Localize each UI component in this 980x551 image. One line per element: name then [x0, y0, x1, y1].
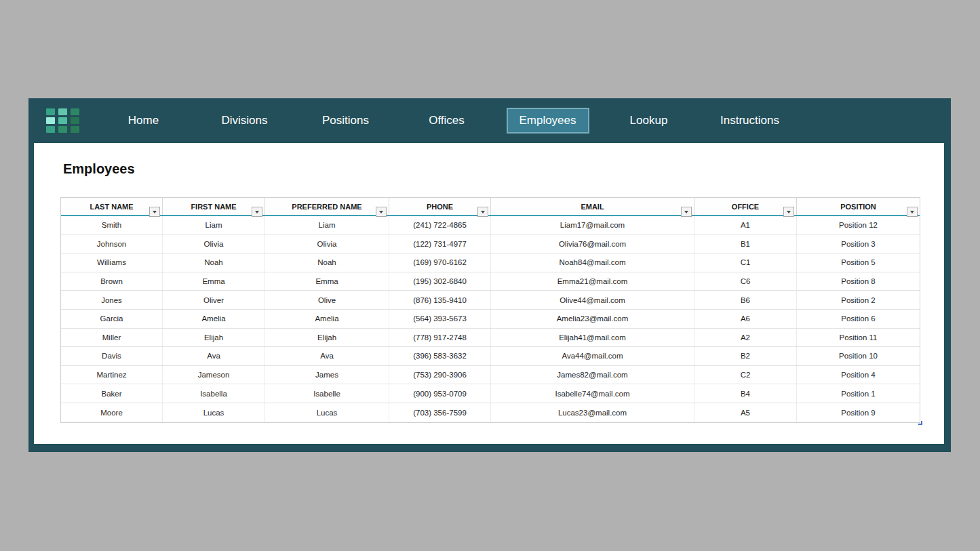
- cell-last-name-row-4[interactable]: Brown: [61, 272, 163, 291]
- cell-office-row-1[interactable]: A1: [694, 216, 797, 234]
- cell-email-row-2[interactable]: Olivia76@mail.com: [491, 235, 694, 253]
- cell-preferred-name-row-8[interactable]: Ava: [265, 347, 389, 365]
- cell-email-row-4[interactable]: Emma21@mail.com: [491, 272, 694, 291]
- filter-dropdown-button-phone[interactable]: [477, 207, 488, 217]
- logo-square-2: [71, 108, 79, 115]
- logo-square-3: [46, 117, 55, 124]
- cell-last-name-row-1[interactable]: Smith: [61, 216, 163, 234]
- cell-phone-row-10[interactable]: (900) 953-0709: [389, 384, 491, 403]
- cell-position-row-4[interactable]: Position 8: [797, 272, 920, 291]
- cell-office-row-2[interactable]: B1: [694, 235, 797, 253]
- cell-first-name-row-5[interactable]: Oliver: [163, 291, 265, 309]
- cell-office-row-3[interactable]: C1: [694, 253, 797, 272]
- filter-arrow-icon: [684, 211, 688, 213]
- cell-email-row-7[interactable]: Elijah41@mail.com: [491, 329, 694, 347]
- cell-phone-row-4[interactable]: (195) 302-6840: [389, 272, 491, 291]
- cell-preferred-name-row-1[interactable]: Liam: [265, 216, 389, 234]
- cell-office-row-5[interactable]: B6: [694, 291, 797, 309]
- cell-office-row-11[interactable]: A5: [694, 403, 797, 422]
- nav-item-instructions[interactable]: Instructions: [699, 109, 800, 132]
- filter-arrow-icon: [379, 211, 383, 213]
- nav-item-offices[interactable]: Offices: [396, 109, 497, 132]
- filter-arrow-icon: [910, 211, 914, 213]
- cell-first-name-row-1[interactable]: Liam: [163, 216, 265, 234]
- cell-email-row-9[interactable]: James82@mail.com: [491, 366, 694, 384]
- cell-phone-row-11[interactable]: (703) 356-7599: [389, 403, 491, 422]
- cell-phone-row-5[interactable]: (876) 135-9410: [389, 291, 491, 309]
- cell-email-row-10[interactable]: Isabelle74@mail.com: [491, 384, 694, 403]
- filter-dropdown-button-email[interactable]: [681, 207, 692, 217]
- column-header-label: LAST NAME: [90, 203, 133, 211]
- cell-email-row-6[interactable]: Amelia23@mail.com: [491, 310, 694, 328]
- nav-item-divisions[interactable]: Divisions: [194, 109, 295, 132]
- cell-first-name-row-10[interactable]: Isabella: [163, 384, 265, 403]
- cell-preferred-name-row-9[interactable]: James: [265, 366, 389, 384]
- cell-position-row-2[interactable]: Position 3: [797, 235, 920, 253]
- cell-preferred-name-row-2[interactable]: Olivia: [265, 235, 389, 253]
- cell-first-name-row-7[interactable]: Elijah: [163, 329, 265, 347]
- cell-first-name-row-3[interactable]: Noah: [163, 253, 265, 272]
- cell-first-name-row-6[interactable]: Amelia: [163, 310, 265, 328]
- cell-phone-row-2[interactable]: (122) 731-4977: [389, 235, 491, 253]
- cell-preferred-name-row-3[interactable]: Noah: [265, 253, 389, 272]
- cell-email-row-3[interactable]: Noah84@mail.com: [491, 253, 694, 272]
- cell-office-row-4[interactable]: C6: [694, 272, 797, 291]
- column-header-label: POSITION: [840, 203, 876, 211]
- filter-dropdown-button-position[interactable]: [907, 207, 918, 217]
- cell-office-row-6[interactable]: A6: [694, 310, 797, 328]
- cell-last-name-row-5[interactable]: Jones: [61, 291, 163, 309]
- cell-position-row-5[interactable]: Position 2: [797, 291, 920, 309]
- filter-dropdown-button-first-name[interactable]: [252, 207, 262, 217]
- cell-last-name-row-2[interactable]: Johnson: [61, 235, 163, 253]
- cell-email-row-11[interactable]: Lucas23@mail.com: [491, 403, 694, 422]
- cell-first-name-row-11[interactable]: Lucas: [163, 403, 265, 422]
- cell-position-row-3[interactable]: Position 5: [797, 253, 920, 272]
- cell-last-name-row-6[interactable]: Garcia: [61, 310, 163, 328]
- cell-last-name-row-11[interactable]: Moore: [61, 403, 163, 422]
- filter-dropdown-button-last-name[interactable]: [149, 207, 160, 217]
- nav-item-home[interactable]: Home: [93, 109, 194, 132]
- cell-first-name-row-9[interactable]: Jameson: [163, 366, 265, 384]
- cell-phone-row-6[interactable]: (564) 393-5673: [389, 310, 491, 328]
- cell-email-row-5[interactable]: Olive44@mail.com: [491, 291, 694, 309]
- cell-phone-row-1[interactable]: (241) 722-4865: [389, 216, 491, 234]
- cell-last-name-row-7[interactable]: Miller: [61, 329, 163, 347]
- cell-preferred-name-row-10[interactable]: Isabelle: [265, 384, 389, 403]
- cell-preferred-name-row-7[interactable]: Elijah: [265, 329, 389, 347]
- cell-position-row-10[interactable]: Position 1: [797, 384, 920, 403]
- cell-position-row-7[interactable]: Position 11: [797, 329, 920, 347]
- cell-last-name-row-10[interactable]: Baker: [61, 384, 163, 403]
- cell-office-row-9[interactable]: C2: [694, 366, 797, 384]
- cell-position-row-8[interactable]: Position 10: [797, 347, 920, 365]
- cell-office-row-7[interactable]: A2: [694, 329, 797, 347]
- cell-first-name-row-2[interactable]: Olivia: [163, 235, 265, 253]
- cell-office-row-10[interactable]: B4: [694, 384, 797, 403]
- cell-phone-row-3[interactable]: (169) 970-6162: [389, 253, 491, 272]
- cell-preferred-name-row-5[interactable]: Olive: [265, 291, 389, 309]
- navigation-bar: HomeDivisionsPositionsOfficesEmployeesLo…: [28, 98, 951, 143]
- table-resize-handle[interactable]: [918, 421, 922, 425]
- cell-preferred-name-row-4[interactable]: Emma: [265, 272, 389, 291]
- nav-item-employees[interactable]: Employees: [507, 108, 589, 134]
- cell-phone-row-9[interactable]: (753) 290-3906: [389, 366, 491, 384]
- cell-first-name-row-4[interactable]: Emma: [163, 272, 265, 291]
- cell-position-row-11[interactable]: Position 9: [797, 403, 920, 422]
- cell-position-row-1[interactable]: Position 12: [797, 216, 920, 234]
- cell-last-name-row-9[interactable]: Martinez: [61, 366, 163, 384]
- cell-position-row-9[interactable]: Position 4: [797, 366, 920, 384]
- cell-preferred-name-row-11[interactable]: Lucas: [265, 403, 389, 422]
- cell-first-name-row-8[interactable]: Ava: [163, 347, 265, 365]
- nav-item-positions[interactable]: Positions: [295, 109, 396, 132]
- cell-position-row-6[interactable]: Position 6: [797, 310, 920, 328]
- cell-last-name-row-8[interactable]: Davis: [61, 347, 163, 365]
- cell-preferred-name-row-6[interactable]: Amelia: [265, 310, 389, 328]
- cell-last-name-row-3[interactable]: Williams: [61, 253, 163, 272]
- cell-phone-row-7[interactable]: (778) 917-2748: [389, 329, 491, 347]
- cell-email-row-1[interactable]: Liam17@mail.com: [491, 216, 694, 234]
- cell-office-row-8[interactable]: B2: [694, 347, 797, 365]
- filter-dropdown-button-preferred-name[interactable]: [376, 207, 387, 217]
- filter-dropdown-button-office[interactable]: [783, 207, 794, 217]
- cell-phone-row-8[interactable]: (396) 583-3632: [389, 347, 491, 365]
- nav-item-lookup[interactable]: Lookup: [598, 109, 699, 132]
- cell-email-row-8[interactable]: Ava44@mail.com: [491, 347, 694, 365]
